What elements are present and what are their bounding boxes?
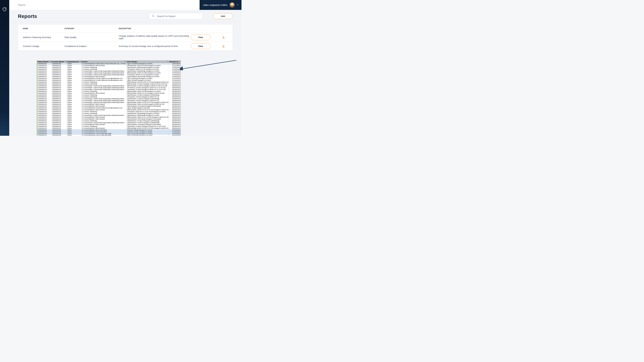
lineage-cell: 06/26/2024 (169, 96, 181, 98)
lineage-cell: 3-ConsentPgmDtl: Web,Granted (81, 127, 126, 129)
search-input[interactable] (157, 15, 200, 17)
lineage-cell: OptInIndicator: [Revoked] changed to [<n… (126, 76, 169, 78)
top-bar: Reports Julia Longname-Collins (9, 0, 242, 10)
lineage-cell: 06/26/2024 (169, 114, 181, 116)
user-bar[interactable]: Julia Longname-Collins (200, 0, 242, 10)
username: Julia Longname-Collins (203, 4, 228, 6)
lineage-cell: 07/02/2024 (169, 74, 181, 76)
lineage-cell: 4-ConsentPgmPref: Email,California.Son@m… (81, 78, 126, 79)
lineage-cell: 1000000134 (37, 109, 52, 111)
lineage-cell: 1000000143 (52, 83, 67, 85)
lineage-cell: 1000000134 (37, 103, 52, 105)
lineage-cell: OptInReason: [<null>] changed to [Market… (126, 98, 169, 100)
lineage-cell: 1-Consent: Marketing (81, 113, 126, 114)
lineage-cell: 1-Consent: Marketing (81, 94, 126, 96)
lineage-cell: 1000000134 (37, 125, 52, 127)
lineage-cell: 1-Consent: Marketing (81, 96, 126, 98)
lineage-cell: 1000000134 (37, 74, 52, 76)
lineage-cell: 07/01/2024 (169, 135, 181, 136)
lineage-cell: 06/26/2024 (169, 111, 181, 113)
lineage-cell: Admin (67, 109, 81, 111)
lineage-cell: Admin (67, 66, 81, 68)
breadcrumb[interactable]: Reports (18, 4, 26, 6)
col-description: DESCRIPTION (119, 28, 191, 29)
lineage-row: 10000001341000000143Admin1-Consent: Mark… (37, 66, 180, 68)
left-sidebar (0, 0, 9, 136)
table-row: Address Cleansing SummaryData QualityCha… (18, 33, 232, 41)
lineage-col-header[interactable]: Data Change (126, 61, 169, 63)
lineage-cell: 07/02/2024 (169, 131, 181, 133)
lineage-cell: Timestamp: [2024-04-11 01:57:54] changed… (126, 111, 169, 113)
lineage-cell: EffectiveDate: [2024-04-08 01:57:54] cha… (126, 127, 169, 129)
lineage-cell: Admin (67, 100, 81, 102)
lineage-cell: Value: [Mail] changed to [Email] (126, 107, 169, 109)
reports-table-head: NAME CATEGORY DESCRIPTION (18, 24, 232, 33)
download-icon[interactable] (222, 44, 225, 48)
lineage-cell: 1000000143 (52, 74, 67, 76)
lineage-cell: 1000000143 (52, 111, 67, 113)
lineage-cell: 1000000143 (52, 90, 67, 92)
lineage-cell: Admin (67, 114, 81, 116)
lineage-row: 10000001341000000143Admin3-ConsentPgmDtl… (37, 124, 180, 125)
lineage-row: 10000001341000000155Admin4-ConsentPgmPre… (37, 133, 180, 135)
download-icon[interactable] (222, 36, 225, 39)
lineage-cell: Type: [Channel] changed to [<null>] (126, 78, 169, 79)
chevron-down-icon[interactable] (237, 4, 238, 5)
view-button[interactable]: View (191, 34, 210, 40)
lineage-row: 10000001341000000143Admin4-ConsentPgmPre… (37, 78, 180, 79)
lineage-cell: 1000000134 (37, 63, 52, 65)
lineage-cell: 1000000139 (52, 63, 67, 65)
lineage-cell: 1000000134 (37, 98, 52, 100)
lineage-cell: 1000000134 (37, 76, 52, 78)
lineage-cell: 1000000134 (37, 87, 52, 89)
lineage-cell: OptInReason: [Marketing] changed to [<nu… (126, 113, 169, 114)
lineage-cell: 07/02/2024 (169, 72, 181, 74)
lineage-cell: 2-ConsentPgm: Gainezomab,Supportplus,Mar… (81, 85, 126, 87)
lineage-cell: 1000000143 (52, 68, 67, 70)
lineage-cell: EffectiveDate: [2024-04-08] changed to [… (126, 65, 169, 66)
lineage-cell: 1000000134 (37, 127, 52, 129)
lineage-row: 10000001341000000143Admin3-ConsentPgmDtl… (37, 127, 180, 129)
lineage-cell: 2-ConsentPgm: Gainezomab,Supportplus,Mar… (81, 114, 126, 116)
lineage-cell: Admin (67, 72, 81, 74)
lineage-cell: Admin (67, 135, 81, 136)
lineage-cell: 07/02/2024 (169, 68, 181, 70)
cell-description: Change analysis of address data quality … (119, 35, 191, 40)
lineage-cell: Timestamp: [<null>] changed to [2024-04-… (126, 125, 169, 127)
lineage-cell: 1000000134 (37, 102, 52, 103)
lineage-cell: 1000000143 (52, 113, 67, 114)
lineage-cell: 1000000159 (52, 135, 67, 136)
lineage-cell: 2-ConsentPgm: Gainezomab,Supportplus,Mar… (81, 98, 126, 100)
lineage-cell: 4-ConsentPgmPref: Mail,19222 Pioneer Blv… (81, 63, 126, 65)
lineage-cell: Admin (67, 129, 81, 131)
search-icon (152, 14, 155, 18)
lineage-col-header[interactable]: Revision Date (169, 61, 181, 63)
add-button[interactable]: Add (213, 13, 233, 19)
lineage-row: 10000001341000000143Admin3-ConsentPgmDtl… (37, 116, 180, 118)
lineage-cell: 1-Consent: Marketing (81, 68, 126, 70)
lineage-col-header[interactable]: Consent Master Key (52, 61, 67, 63)
lineage-col-header[interactable]: Section (81, 61, 126, 63)
lineage-cell: 1000000143 (52, 116, 67, 118)
app-logo-icon[interactable] (2, 7, 7, 11)
avatar (230, 2, 235, 8)
svg-line-1 (154, 16, 154, 17)
search-box[interactable] (149, 13, 202, 19)
col-name: NAME (23, 28, 64, 29)
lineage-cell: OptInReason: [Marketing] changed to [<nu… (126, 70, 169, 72)
lineage-cell: 06/26/2024 (169, 118, 181, 120)
lineage-cell: 1000000143 (52, 92, 67, 94)
lineage-cell: 1000000134 (37, 85, 52, 87)
lineage-cell: Admin (67, 98, 81, 100)
lineage-cell: 06/26/2024 (169, 83, 181, 85)
lineage-row: 10000001341000000143Admin3-ConsentPgmDtl… (37, 76, 180, 78)
lineage-col-header[interactable]: Patient Master Key (37, 61, 52, 63)
lineage-cell: 1000000143 (52, 72, 67, 74)
lineage-cell: Admin (67, 131, 81, 133)
lineage-cell: 1000000134 (37, 96, 52, 98)
lineage-col-header[interactable]: Originating System (67, 61, 81, 63)
lineage-row: 10000001341000000143Admin3-ConsentPgmDtl… (37, 103, 180, 105)
lineage-cell: 1000000143 (52, 81, 67, 83)
lineage-cell: Admin (67, 79, 81, 81)
view-button[interactable]: View (191, 43, 210, 49)
